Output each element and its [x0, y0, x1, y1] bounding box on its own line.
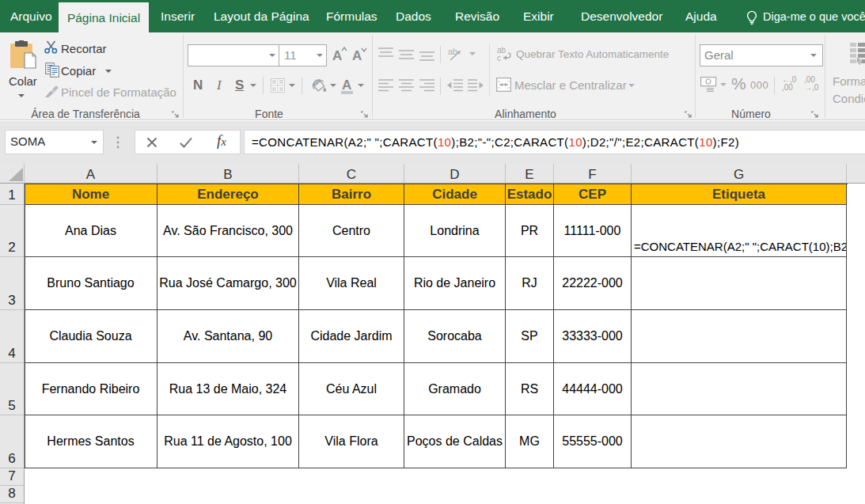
- svg-text:c: c: [497, 54, 501, 62]
